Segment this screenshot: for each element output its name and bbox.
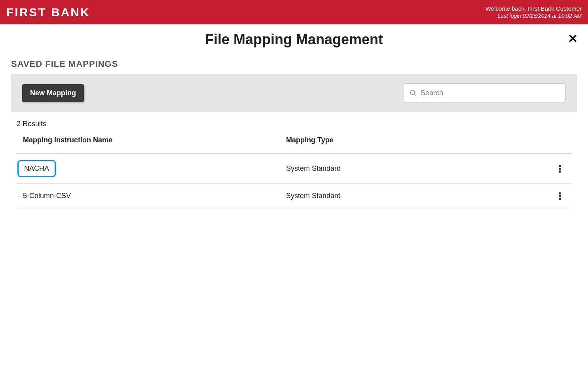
section-label: SAVED FILE MAPPINGS <box>0 59 588 74</box>
search-field-wrap[interactable] <box>404 83 566 102</box>
column-headers: Mapping Instruction Name Mapping Type <box>17 133 571 154</box>
close-icon[interactable]: ✕ <box>568 33 578 45</box>
results-count: 2 Results <box>0 112 588 133</box>
last-login-text: Last login 02/26/2024 at 10:02 AM <box>486 12 582 19</box>
column-header-name: Mapping Instruction Name <box>23 136 286 144</box>
search-icon <box>410 89 417 96</box>
title-row: File Mapping Management ✕ <box>0 24 588 59</box>
bank-logo: FIRST BANK <box>6 6 90 19</box>
mapping-type-cell: System Standard <box>286 164 555 173</box>
row-actions-icon[interactable]: ••• <box>555 163 565 174</box>
mappings-table: Mapping Instruction Name Mapping Type NA… <box>17 133 571 208</box>
mapping-name-highlight[interactable]: NACHA <box>17 160 56 177</box>
toolbar: New Mapping <box>11 74 577 112</box>
content-area: File Mapping Management ✕ SAVED FILE MAP… <box>0 24 588 208</box>
column-header-type: Mapping Type <box>286 136 565 144</box>
page-title: File Mapping Management <box>0 31 588 48</box>
new-mapping-button[interactable]: New Mapping <box>22 84 84 102</box>
mapping-type-cell: System Standard <box>286 192 555 200</box>
svg-point-0 <box>410 90 415 94</box>
welcome-text: Welcome back, First Bank Customer <box>486 5 582 13</box>
svg-line-1 <box>414 94 416 96</box>
header-bar: FIRST BANK Welcome back, First Bank Cust… <box>0 0 588 24</box>
search-input[interactable] <box>421 89 560 97</box>
table-row: NACHA System Standard ••• <box>17 154 571 184</box>
table-row: 5-Column-CSV System Standard ••• <box>17 184 571 208</box>
welcome-block: Welcome back, First Bank Customer Last l… <box>486 5 582 20</box>
row-actions-icon[interactable]: ••• <box>555 190 565 202</box>
mapping-name-cell[interactable]: NACHA <box>23 160 286 177</box>
mapping-name-cell[interactable]: 5-Column-CSV <box>23 192 286 200</box>
